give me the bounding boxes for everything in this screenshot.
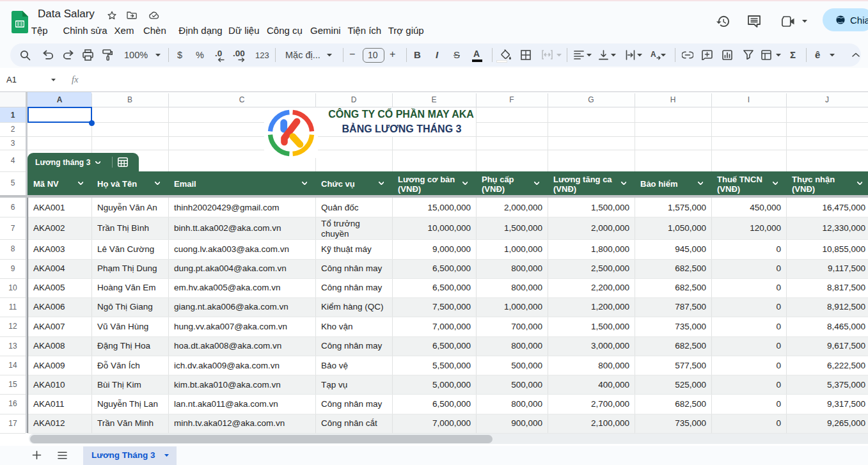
svg-text:A: A bbox=[651, 50, 656, 59]
